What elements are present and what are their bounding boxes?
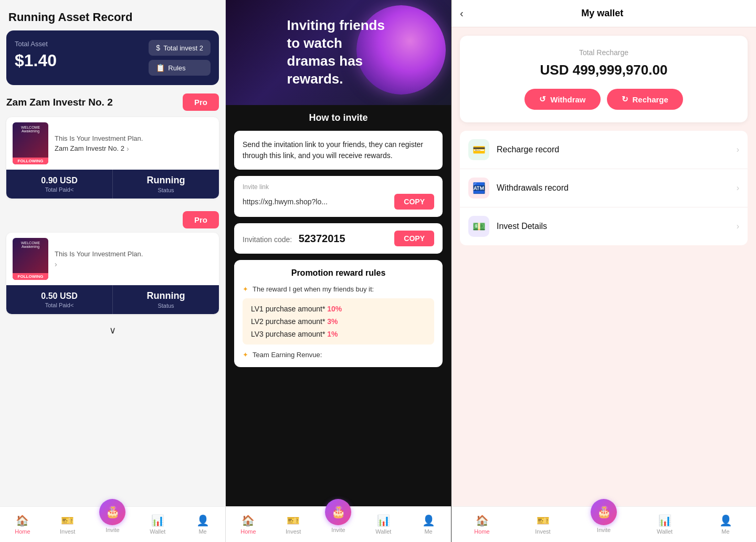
total-invest-button[interactable]: $ Total invest 2 xyxy=(149,40,211,56)
invest-icon-1: 🎫 xyxy=(61,514,74,527)
copy-code-button[interactable]: COPY xyxy=(394,231,434,246)
recharge-record-icon: 💳 xyxy=(468,139,489,160)
nav-me-1[interactable]: 👤 Me xyxy=(180,507,225,542)
promo-rules-title: Promotion reward rules xyxy=(243,268,434,278)
invest-status-2: Running Status xyxy=(112,285,219,314)
invest-icon: $ xyxy=(156,44,160,52)
wallet-title: My wallet xyxy=(470,8,748,19)
nav-me-2[interactable]: 👤 Me xyxy=(406,507,451,542)
invest-card-top-1: WELCOME Awakening FOLLOWING This Is Your… xyxy=(6,117,219,170)
invest-title-1: Zam Zam Investr No. 2 xyxy=(6,97,113,108)
home-icon-3: 🏠 xyxy=(476,514,489,527)
menu-item-recharge-record[interactable]: 💳 Recharge record › xyxy=(460,131,748,169)
nav-invest-2[interactable]: 🎫 Invest xyxy=(271,507,316,542)
total-recharge-label: Total Recharge xyxy=(470,48,737,57)
invest-card-1: WELCOME Awakening FOLLOWING This Is Your… xyxy=(6,117,219,199)
plan-label-1: This Is Your Investment Plan. xyxy=(55,134,213,142)
invite-code-value: 52372015 xyxy=(299,233,345,244)
nav-home-1[interactable]: 🏠 Home xyxy=(0,507,45,542)
withdrawals-record-icon: 🏧 xyxy=(468,178,489,199)
invite-cake-icon-3: 🎂 xyxy=(591,499,617,525)
menu-item-withdrawals-record[interactable]: 🏧 Withdrawals record › xyxy=(460,169,748,207)
wallet-card: Total Recharge USD 499,999,970.00 ↺ With… xyxy=(460,36,748,122)
wallet-icon-2: 📊 xyxy=(377,514,390,527)
bottom-nav-3: 🏠 Home 🎫 Invest 🎂 Invite 📊 Wallet 👤 Me xyxy=(452,506,756,542)
lv2-row: LV2 purchase amount* 3% xyxy=(251,317,426,326)
nav-wallet-1[interactable]: 📊 Wallet xyxy=(135,507,180,542)
pro-button-2[interactable]: Pro xyxy=(183,211,219,228)
invest-amount-2: 0.50 USD Total Paid< xyxy=(6,286,112,314)
lv3-row: LV3 purchase amount* 1% xyxy=(251,330,426,338)
invest-header-1: Zam Zam Investr No. 2 Pro xyxy=(6,93,219,111)
panel-running-asset: Running Asset Record Total Asset $1.40 $… xyxy=(0,0,226,542)
load-more-indicator: ∨ xyxy=(6,320,219,340)
copy-link-button[interactable]: COPY xyxy=(394,194,434,210)
nav-invest-1[interactable]: 🎫 Invest xyxy=(45,507,90,542)
chevron-right-icon-2: › xyxy=(55,260,57,268)
invite-code-label: Invitation code: xyxy=(243,235,292,244)
banner-text: Inviting friends to watch dramas has rew… xyxy=(277,6,401,98)
rules-button[interactable]: 📋 Rules xyxy=(149,60,211,76)
thumb-text-2: WELCOME Awakening xyxy=(14,240,47,249)
invest-info-2: This Is Your Investment Plan. › xyxy=(55,250,213,268)
invest-section-2: Pro WELCOME Awakening FOLLOWING This Is … xyxy=(6,211,219,340)
invest-card-bottom-2: 0.50 USD Total Paid< Running Status xyxy=(6,285,219,314)
reward-intro: ✦ The reward I get when my friends buy i… xyxy=(243,285,434,293)
plan-label-2: This Is Your Investment Plan. xyxy=(55,250,213,258)
bottom-nav-1: 🏠 Home 🎫 Invest 🎂 Invite 📊 Wallet 👤 Me xyxy=(0,506,225,542)
invite-link-url: https://xg.hwym.shop?lo... xyxy=(243,197,328,206)
invite-code-label-wrap: Invitation code: 52372015 xyxy=(243,233,345,245)
recharge-icon: ↻ xyxy=(622,95,628,104)
invite-link-label: Invite link xyxy=(243,183,434,191)
withdraw-button[interactable]: ↺ Withdraw xyxy=(524,89,600,110)
promo-rules-box: Promotion reward rules ✦ The reward I ge… xyxy=(234,260,443,367)
me-icon-1: 👤 xyxy=(196,514,209,527)
invest-amount-1: 0.90 USD Total Paid< xyxy=(6,171,112,198)
wallet-actions: ↺ Withdraw ↻ Recharge xyxy=(470,89,737,110)
wallet-icon-3: 📊 xyxy=(658,514,671,527)
wallet-menu: 💳 Recharge record › 🏧 Withdrawals record… xyxy=(460,131,748,245)
back-button[interactable]: ‹ xyxy=(460,7,464,19)
invest-thumbnail-2: WELCOME Awakening FOLLOWING xyxy=(13,238,48,280)
nav-home-2[interactable]: 🏠 Home xyxy=(226,507,271,542)
nav-invest-3[interactable]: 🎫 Invest xyxy=(512,507,573,542)
invite-cake-icon-2: 🎂 xyxy=(325,499,351,525)
team-earning: ✦ Team Earning Renvue: xyxy=(243,351,434,359)
invite-description: Send the invitation link to your friends… xyxy=(234,131,443,170)
asset-card: Total Asset $1.40 $ Total invest 2 📋 Rul… xyxy=(6,30,219,85)
bottom-nav-2: 🏠 Home 🎫 Invest 🎂 Invite 📊 Wallet 👤 Me xyxy=(226,506,451,542)
invite-link-box: Invite link https://xg.hwym.shop?lo... C… xyxy=(234,176,443,217)
invest-card-bottom-1: 0.90 USD Total Paid< Running Status xyxy=(6,170,219,199)
invite-code-box: Invitation code: 52372015 COPY xyxy=(234,223,443,254)
how-to-invite-heading: How to invite xyxy=(226,105,451,131)
invest-info-1: This Is Your Investment Plan. Zam Zam In… xyxy=(55,134,213,153)
recharge-button[interactable]: ↻ Recharge xyxy=(607,89,683,110)
invest-card-2: WELCOME Awakening FOLLOWING This Is Your… xyxy=(6,233,219,314)
rules-icon: 📋 xyxy=(156,64,165,72)
panel-invite: Inviting friends to watch dramas has rew… xyxy=(226,0,452,542)
nav-me-3[interactable]: 👤 Me xyxy=(695,507,756,542)
invest-details-icon: 💵 xyxy=(468,216,489,237)
invest-details-chevron: › xyxy=(737,222,739,231)
nav-wallet-2[interactable]: 📊 Wallet xyxy=(361,507,406,542)
star-icon-1: ✦ xyxy=(243,285,248,293)
pro-button-1[interactable]: Pro xyxy=(183,93,219,111)
nav-wallet-3[interactable]: 📊 Wallet xyxy=(634,507,695,542)
nav-invite-3[interactable]: 🎂 Invite xyxy=(573,498,634,534)
wallet-header: ‹ My wallet xyxy=(452,0,756,27)
nav-home-3[interactable]: 🏠 Home xyxy=(452,507,512,542)
lv-box: LV1 purchase amount* 10% LV2 purchase am… xyxy=(243,298,434,345)
invest-icon-2: 🎫 xyxy=(287,514,300,527)
menu-item-invest-details[interactable]: 💵 Invest Details › xyxy=(460,207,748,245)
asset-value: $1.40 xyxy=(15,51,57,70)
invite-content: How to invite Send the invitation link t… xyxy=(226,105,451,542)
plan-name-1: Zam Zam Investr No. 2 › xyxy=(55,144,213,153)
nav-invite-2[interactable]: 🎂 Invite xyxy=(316,498,361,534)
invest-status-1: Running Status xyxy=(112,170,219,199)
star-icon-2: ✦ xyxy=(243,351,248,359)
chevron-right-icon-1: › xyxy=(127,144,129,153)
recharge-record-label: Recharge record xyxy=(497,145,737,154)
withdrawals-record-label: Withdrawals record xyxy=(497,183,737,193)
me-icon-3: 👤 xyxy=(719,514,732,527)
nav-invite-1[interactable]: 🎂 Invite xyxy=(90,498,135,534)
